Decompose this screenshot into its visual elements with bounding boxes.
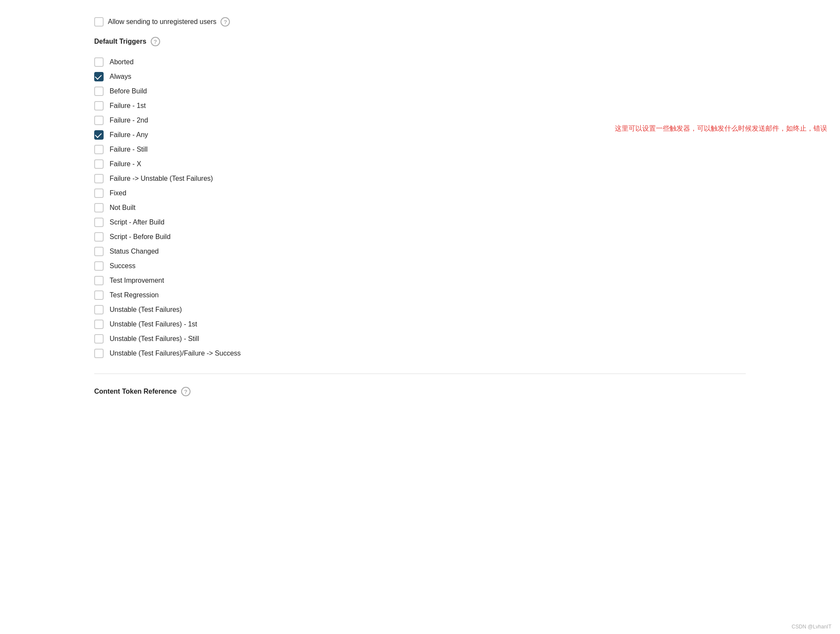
- triggers-checkbox-list: AbortedAlwaysBefore BuildFailure - 1stFa…: [94, 55, 746, 361]
- content-token-help-icon[interactable]: ?: [181, 387, 191, 396]
- checkbox-item-test-improvement: Test Improvement: [94, 273, 746, 288]
- checkbox-script-before-build[interactable]: [94, 232, 104, 242]
- checkbox-item-unstable-test-failures-1st: Unstable (Test Failures) - 1st: [94, 317, 746, 332]
- checkbox-label-failure-2nd: Failure - 2nd: [110, 117, 148, 124]
- checkbox-unstable-failure-success[interactable]: [94, 349, 104, 358]
- checkbox-aborted[interactable]: [94, 57, 104, 67]
- allow-sending-row: Allow sending to unregistered users ?: [94, 17, 746, 27]
- checkbox-item-failure-unstable: Failure -> Unstable (Test Failures): [94, 171, 746, 186]
- checkbox-label-fixed: Fixed: [110, 189, 126, 197]
- checkbox-unstable-test-failures-1st[interactable]: [94, 320, 104, 329]
- checkbox-not-built[interactable]: [94, 203, 104, 212]
- checkbox-label-failure-unstable: Failure -> Unstable (Test Failures): [110, 175, 213, 182]
- checkbox-always[interactable]: [94, 72, 104, 81]
- checkbox-label-aborted: Aborted: [110, 58, 134, 66]
- checkbox-success[interactable]: [94, 261, 104, 271]
- allow-sending-label: Allow sending to unregistered users: [108, 18, 216, 26]
- checkbox-label-test-improvement: Test Improvement: [110, 277, 164, 284]
- checkbox-item-unstable-test-failures: Unstable (Test Failures): [94, 302, 746, 317]
- checkbox-label-unstable-failure-success: Unstable (Test Failures)/Failure -> Succ…: [110, 350, 241, 357]
- checkbox-item-not-built: Not Built: [94, 200, 746, 215]
- checkbox-label-script-after-build: Script - After Build: [110, 218, 164, 226]
- checkbox-label-failure-any: Failure - Any: [110, 131, 148, 139]
- checkbox-failure-still[interactable]: [94, 145, 104, 154]
- checkbox-fixed[interactable]: [94, 188, 104, 198]
- checkbox-failure-x[interactable]: [94, 159, 104, 169]
- checkbox-item-failure-1st: Failure - 1st: [94, 99, 746, 113]
- allow-sending-checkbox[interactable]: [94, 17, 104, 27]
- annotation-text: 这里可以设置一些触发器，可以触发什么时候发送邮件，如终止，错误: [615, 124, 827, 133]
- checkbox-item-unstable-test-failures-still: Unstable (Test Failures) - Still: [94, 332, 746, 346]
- content-token-row: Content Token Reference ?: [94, 387, 746, 396]
- default-triggers-help-icon[interactable]: ?: [151, 37, 160, 46]
- checkbox-label-status-changed: Status Changed: [110, 248, 159, 255]
- checkbox-label-not-built: Not Built: [110, 204, 135, 212]
- checkbox-label-unstable-test-failures-1st: Unstable (Test Failures) - 1st: [110, 320, 197, 328]
- checkbox-label-test-regression: Test Regression: [110, 291, 159, 299]
- checkbox-label-failure-1st: Failure - 1st: [110, 102, 146, 110]
- default-triggers-title: Default Triggers: [94, 38, 146, 45]
- checkbox-item-test-regression: Test Regression: [94, 288, 746, 302]
- checkbox-label-failure-still: Failure - Still: [110, 146, 148, 153]
- checkbox-label-unstable-test-failures: Unstable (Test Failures): [110, 306, 182, 314]
- checkbox-label-script-before-build: Script - Before Build: [110, 233, 170, 241]
- checkbox-label-before-build: Before Build: [110, 87, 147, 95]
- checkbox-item-before-build: Before Build: [94, 84, 746, 99]
- content-token-label: Content Token Reference: [94, 388, 177, 395]
- checkbox-unstable-test-failures-still[interactable]: [94, 334, 104, 344]
- checkbox-failure-unstable[interactable]: [94, 174, 104, 183]
- checkbox-status-changed[interactable]: [94, 247, 104, 256]
- allow-sending-help-icon[interactable]: ?: [220, 17, 230, 27]
- checkbox-script-after-build[interactable]: [94, 218, 104, 227]
- page-container: Allow sending to unregistered users ? De…: [0, 9, 840, 405]
- checkbox-item-always: Always: [94, 69, 746, 84]
- checkbox-failure-1st[interactable]: [94, 101, 104, 111]
- checkbox-failure-any[interactable]: [94, 130, 104, 140]
- checkbox-item-failure-still: Failure - Still: [94, 142, 746, 157]
- section-divider: [94, 374, 746, 374]
- checkbox-label-success: Success: [110, 262, 135, 270]
- checkbox-before-build[interactable]: [94, 87, 104, 96]
- checkbox-label-unstable-test-failures-still: Unstable (Test Failures) - Still: [110, 335, 199, 343]
- default-triggers-header: Default Triggers ?: [94, 37, 746, 46]
- checkbox-item-script-after-build: Script - After Build: [94, 215, 746, 230]
- checkbox-test-improvement[interactable]: [94, 276, 104, 285]
- checkbox-label-failure-x: Failure - X: [110, 160, 141, 168]
- checkbox-item-fixed: Fixed: [94, 186, 746, 200]
- checkbox-item-status-changed: Status Changed: [94, 244, 746, 259]
- checkbox-item-script-before-build: Script - Before Build: [94, 230, 746, 244]
- checkbox-unstable-test-failures[interactable]: [94, 305, 104, 314]
- checkbox-item-aborted: Aborted: [94, 55, 746, 69]
- checkbox-failure-2nd[interactable]: [94, 116, 104, 125]
- checkbox-item-unstable-failure-success: Unstable (Test Failures)/Failure -> Succ…: [94, 346, 746, 361]
- checkbox-item-success: Success: [94, 259, 746, 273]
- checkbox-item-failure-x: Failure - X: [94, 157, 746, 171]
- checkbox-label-always: Always: [110, 73, 131, 81]
- checkbox-test-regression[interactable]: [94, 290, 104, 300]
